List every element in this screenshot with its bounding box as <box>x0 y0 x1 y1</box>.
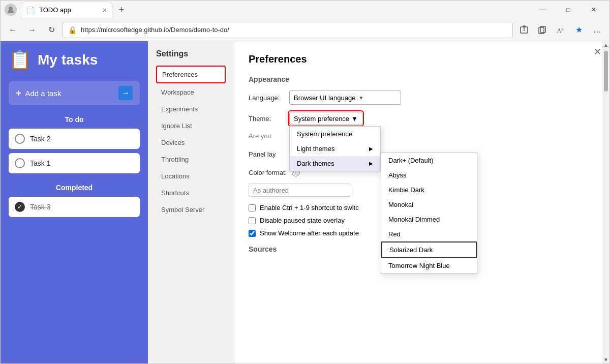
tab-favicon: 📄 <box>26 6 35 14</box>
add-task-left: + Add a task <box>16 88 61 99</box>
theme-button[interactable]: System preference ▼ <box>289 112 362 125</box>
collections-icon[interactable] <box>534 22 551 38</box>
settings-item-symbol-server[interactable]: Symbol Server <box>156 202 226 218</box>
browser-window: 📄 TODO app × + — □ ✕ ← → ↻ 🔒 https://mic… <box>0 0 610 364</box>
dark-themes-submenu: Dark+ (Default) Abyss Kimbie Dark Monoka… <box>381 153 477 274</box>
back-button[interactable]: ← <box>5 22 21 38</box>
scroll-up-icon[interactable]: ▲ <box>602 41 609 49</box>
new-tab-button[interactable]: + <box>114 3 129 17</box>
scroll-down-icon[interactable]: ▼ <box>602 356 609 363</box>
tab-title: TODO app <box>39 6 99 14</box>
sidebar-header: 📋 My tasks <box>9 49 140 71</box>
share-icon[interactable] <box>516 22 532 38</box>
profile-icon[interactable] <box>5 4 17 16</box>
theme-menu-item-dark[interactable]: Dark themes ▶ <box>290 156 380 171</box>
panel-layout-label: Panel lay <box>249 150 284 158</box>
task-checkbox[interactable] <box>15 134 25 144</box>
minimize-button[interactable]: — <box>531 1 555 19</box>
preferences-close-button[interactable]: ✕ <box>594 46 601 57</box>
appearance-section-title: Appearance <box>249 75 595 83</box>
settings-item-devices[interactable]: Devices <box>156 135 226 150</box>
title-bar: 📄 TODO app × + — □ ✕ <box>1 1 609 19</box>
theme-dropdown-container: System preference ▼ System preference Li… <box>289 112 362 125</box>
plus-icon: + <box>16 88 21 99</box>
settings-item-preferences[interactable]: Preferences <box>156 66 226 83</box>
theme-value: System preference <box>294 115 349 123</box>
title-bar-left <box>5 4 17 16</box>
tab-close-button[interactable]: × <box>103 6 107 14</box>
theme-menu: System preference Light themes ▶ Dark th… <box>289 126 381 171</box>
enable-shortcut-checkbox[interactable] <box>249 204 256 211</box>
todo-icon: 📋 <box>9 49 32 71</box>
favorites-icon[interactable]: ★ <box>571 22 587 38</box>
window-close-button[interactable]: ✕ <box>582 1 605 19</box>
active-tab[interactable]: 📄 TODO app × <box>21 2 112 18</box>
lock-icon: 🔒 <box>68 26 77 34</box>
settings-item-locations[interactable]: Locations <box>156 168 226 184</box>
reader-mode-icon[interactable]: Aᵃ <box>553 22 569 38</box>
theme-menu-item-system[interactable]: System preference <box>290 127 380 141</box>
dark-theme-item-tomorrow[interactable]: Tomorrow Night Blue <box>381 258 477 273</box>
task-item[interactable]: Task 1 <box>9 153 140 173</box>
scroll-thumb[interactable] <box>604 51 608 92</box>
are-you-label: Are you <box>249 132 271 140</box>
completed-task-label: Task 3 <box>30 203 50 211</box>
settings-item-shortcuts[interactable]: Shortcuts <box>156 185 226 201</box>
settings-item-experiments[interactable]: Experiments <box>156 101 226 117</box>
light-themes-label: Light themes <box>297 145 334 153</box>
preferences-panel: ✕ Preferences Appearance Language: Brows… <box>234 41 609 363</box>
disable-overlay-checkbox[interactable] <box>249 217 256 224</box>
theme-arrow-icon: ▼ <box>351 115 358 123</box>
address-bar[interactable]: 🔒 https://microsoftedge.github.io/Demos/… <box>63 22 513 38</box>
dark-theme-item-red[interactable]: Red <box>381 227 477 241</box>
nav-actions: Aᵃ ★ … <box>516 22 605 38</box>
settings-item-ignore-list[interactable]: Ignore List <box>156 118 226 134</box>
dark-theme-item-default[interactable]: Dark+ (Default) <box>381 153 477 168</box>
add-task-button[interactable]: + Add a task → <box>9 81 140 105</box>
task-item[interactable]: Task 2 <box>9 129 140 149</box>
add-task-arrow-icon: → <box>118 86 133 100</box>
completed-task-item[interactable]: ✓ Task 3 <box>9 197 140 217</box>
task-checkbox[interactable] <box>15 158 25 168</box>
settings-title: Settings <box>156 49 226 58</box>
completed-section-label: Completed <box>9 184 140 192</box>
refresh-button[interactable]: ↻ <box>43 22 59 38</box>
completed-check-icon: ✓ <box>15 202 25 212</box>
dark-theme-item-abyss[interactable]: Abyss <box>381 168 477 183</box>
theme-menu-item-light[interactable]: Light themes ▶ <box>290 141 380 156</box>
chevron-right-icon: ▶ <box>369 146 373 151</box>
url-text: https://microsoftedge.github.io/Demos/de… <box>81 26 507 34</box>
preferences-title: Preferences <box>249 53 595 65</box>
nav-bar: ← → ↻ 🔒 https://microsoftedge.github.io/… <box>1 19 609 41</box>
scrollbar[interactable]: ▲ ▼ <box>602 41 609 363</box>
add-task-label: Add a task <box>25 89 62 98</box>
enable-shortcut-label: Enable Ctrl + 1-9 shortcut to switc <box>260 204 359 211</box>
svg-text:Aᵃ: Aᵃ <box>557 26 564 34</box>
color-format-input[interactable] <box>249 184 350 197</box>
task-label: Task 1 <box>30 159 50 167</box>
show-welcome-checkbox[interactable] <box>249 230 256 237</box>
dark-theme-item-kimbie[interactable]: Kimbie Dark <box>381 183 477 197</box>
sidebar-title: My tasks <box>38 52 98 68</box>
maximize-button[interactable]: □ <box>557 1 580 19</box>
disable-overlay-label: Disable paused state overlay <box>260 217 345 224</box>
chevron-right-icon: ▶ <box>369 161 373 166</box>
dark-theme-item-solarized[interactable]: Solarized Dark <box>381 241 477 258</box>
dark-theme-item-monokai-dimmed[interactable]: Monokai Dimmed <box>381 212 477 227</box>
dropdown-arrow-icon: ▼ <box>358 95 363 101</box>
theme-label: Theme: <box>249 115 284 123</box>
language-label: Language: <box>249 94 284 102</box>
settings-item-workspace[interactable]: Workspace <box>156 84 226 100</box>
show-welcome-label: Show Welcome after each update <box>260 229 359 237</box>
completed-section: Completed ✓ Task 3 <box>9 184 140 221</box>
language-dropdown[interactable]: Browser UI language ▼ <box>289 90 401 105</box>
app-body: 📋 My tasks + Add a task → To do Task 2 T… <box>1 41 609 363</box>
settings-item-throttling[interactable]: Throttling <box>156 151 226 167</box>
language-row: Language: Browser UI language ▼ <box>249 90 595 105</box>
color-format-label: Color format: <box>249 169 287 176</box>
todo-section-label: To do <box>9 115 140 124</box>
more-options-icon[interactable]: … <box>589 22 605 38</box>
forward-button[interactable]: → <box>24 22 40 38</box>
window-controls: — □ ✕ <box>531 1 605 19</box>
dark-theme-item-monokai[interactable]: Monokai <box>381 197 477 212</box>
